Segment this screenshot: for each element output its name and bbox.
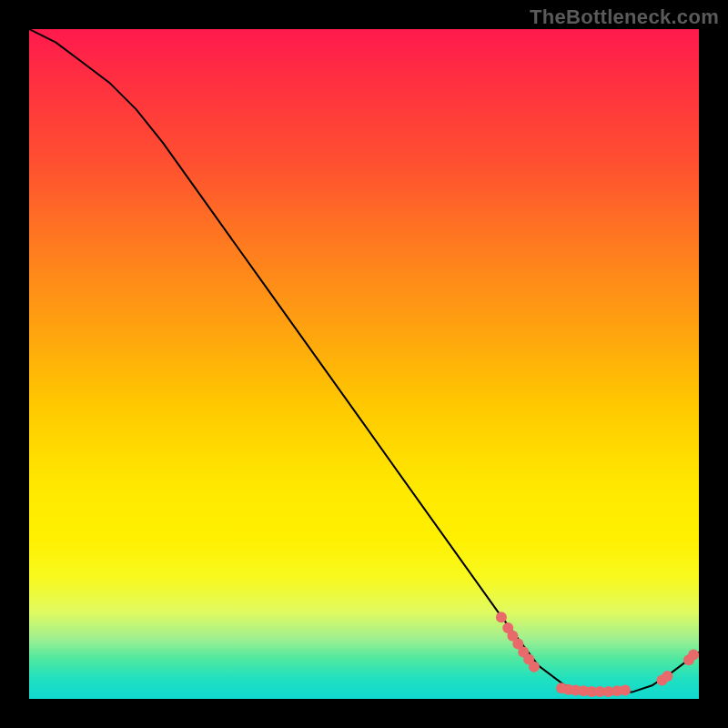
plot-area — [29, 29, 699, 699]
data-point — [688, 649, 699, 660]
chart-container: TheBottleneck.com — [0, 0, 728, 728]
data-point — [620, 684, 631, 695]
data-point — [662, 671, 672, 682]
data-point — [496, 612, 507, 622]
watermark-text: TheBottleneck.com — [530, 5, 719, 29]
curve-line — [29, 29, 699, 693]
data-point — [529, 662, 540, 672]
chart-svg — [29, 29, 699, 699]
bottleneck-curve — [29, 29, 699, 693]
data-points — [496, 612, 699, 697]
